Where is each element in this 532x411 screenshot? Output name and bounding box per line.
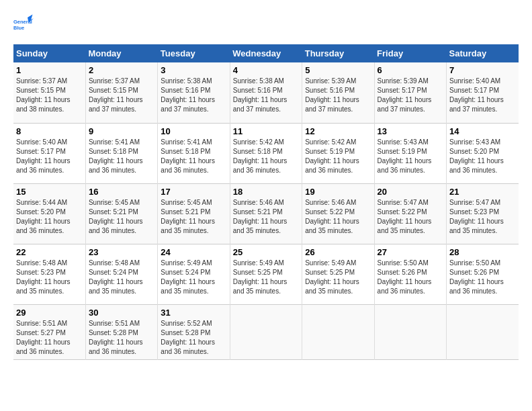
- day-cell: 5Sunrise: 5:39 AM Sunset: 5:16 PM Daylig…: [302, 62, 374, 123]
- day-info: Sunrise: 5:46 AM Sunset: 5:22 PM Dayligh…: [305, 198, 371, 236]
- day-number: 11: [233, 126, 299, 136]
- day-cell: [447, 304, 519, 359]
- day-cell: 28Sunrise: 5:50 AM Sunset: 5:26 PM Dayli…: [447, 244, 519, 304]
- week-row-4: 22Sunrise: 5:48 AM Sunset: 5:23 PM Dayli…: [13, 244, 519, 304]
- calendar-table: SundayMondayTuesdayWednesdayThursdayFrid…: [13, 44, 519, 360]
- day-number: 19: [305, 187, 371, 197]
- day-number: 26: [305, 247, 371, 257]
- day-number: 4: [233, 65, 299, 75]
- day-number: 21: [449, 187, 516, 197]
- day-cell: 25Sunrise: 5:49 AM Sunset: 5:25 PM Dayli…: [230, 244, 302, 304]
- column-header-tuesday: Tuesday: [158, 44, 230, 62]
- day-info: Sunrise: 5:45 AM Sunset: 5:21 PM Dayligh…: [89, 198, 154, 236]
- day-cell: 14Sunrise: 5:43 AM Sunset: 5:20 PM Dayli…: [447, 123, 519, 183]
- day-cell: 31Sunrise: 5:52 AM Sunset: 5:28 PM Dayli…: [158, 304, 230, 359]
- day-number: 2: [89, 65, 154, 75]
- day-cell: 26Sunrise: 5:49 AM Sunset: 5:25 PM Dayli…: [302, 244, 374, 304]
- day-number: 14: [449, 126, 516, 136]
- day-info: Sunrise: 5:38 AM Sunset: 5:16 PM Dayligh…: [161, 77, 226, 114]
- column-header-saturday: Saturday: [447, 44, 519, 62]
- day-info: Sunrise: 5:51 AM Sunset: 5:27 PM Dayligh…: [16, 319, 83, 357]
- day-info: Sunrise: 5:49 AM Sunset: 5:25 PM Dayligh…: [233, 259, 299, 296]
- day-cell: 6Sunrise: 5:39 AM Sunset: 5:17 PM Daylig…: [374, 62, 446, 123]
- day-info: Sunrise: 5:39 AM Sunset: 5:17 PM Dayligh…: [378, 77, 443, 114]
- day-number: 28: [449, 247, 516, 257]
- day-cell: 16Sunrise: 5:45 AM Sunset: 5:21 PM Dayli…: [85, 183, 157, 244]
- column-header-friday: Friday: [374, 44, 446, 62]
- day-cell: [230, 304, 302, 359]
- day-cell: 15Sunrise: 5:44 AM Sunset: 5:20 PM Dayli…: [13, 183, 85, 244]
- column-header-monday: Monday: [85, 44, 157, 62]
- day-info: Sunrise: 5:48 AM Sunset: 5:24 PM Dayligh…: [89, 259, 154, 296]
- day-number: 25: [233, 247, 299, 257]
- svg-text:Blue: Blue: [13, 25, 24, 31]
- day-info: Sunrise: 5:50 AM Sunset: 5:26 PM Dayligh…: [378, 259, 443, 296]
- day-cell: [374, 304, 446, 359]
- day-cell: 10Sunrise: 5:41 AM Sunset: 5:18 PM Dayli…: [158, 123, 230, 183]
- day-number: 5: [305, 65, 371, 75]
- day-number: 30: [89, 308, 154, 318]
- day-number: 23: [89, 247, 154, 257]
- day-cell: 3Sunrise: 5:38 AM Sunset: 5:16 PM Daylig…: [158, 62, 230, 123]
- day-cell: 1Sunrise: 5:37 AM Sunset: 5:15 PM Daylig…: [13, 62, 85, 123]
- day-info: Sunrise: 5:43 AM Sunset: 5:20 PM Dayligh…: [449, 138, 516, 175]
- day-info: Sunrise: 5:42 AM Sunset: 5:18 PM Dayligh…: [233, 138, 299, 175]
- day-number: 27: [378, 247, 443, 257]
- day-info: Sunrise: 5:40 AM Sunset: 5:17 PM Dayligh…: [16, 138, 83, 175]
- day-number: 24: [161, 247, 226, 257]
- day-info: Sunrise: 5:49 AM Sunset: 5:24 PM Dayligh…: [161, 259, 226, 296]
- day-number: 1: [16, 65, 83, 75]
- day-number: 15: [16, 187, 83, 197]
- day-info: Sunrise: 5:47 AM Sunset: 5:22 PM Dayligh…: [378, 198, 443, 236]
- day-cell: 27Sunrise: 5:50 AM Sunset: 5:26 PM Dayli…: [374, 244, 446, 304]
- logo: General Blue: [13, 13, 36, 34]
- day-cell: 9Sunrise: 5:41 AM Sunset: 5:18 PM Daylig…: [85, 123, 157, 183]
- day-info: Sunrise: 5:52 AM Sunset: 5:28 PM Dayligh…: [161, 319, 226, 357]
- day-info: Sunrise: 5:40 AM Sunset: 5:17 PM Dayligh…: [449, 77, 516, 114]
- day-info: Sunrise: 5:46 AM Sunset: 5:21 PM Dayligh…: [233, 198, 299, 236]
- logo-icon: General Blue: [13, 13, 34, 34]
- day-info: Sunrise: 5:38 AM Sunset: 5:16 PM Dayligh…: [233, 77, 299, 114]
- day-info: Sunrise: 5:42 AM Sunset: 5:19 PM Dayligh…: [305, 138, 371, 175]
- day-info: Sunrise: 5:37 AM Sunset: 5:15 PM Dayligh…: [16, 77, 83, 114]
- day-cell: 4Sunrise: 5:38 AM Sunset: 5:16 PM Daylig…: [230, 62, 302, 123]
- day-cell: 8Sunrise: 5:40 AM Sunset: 5:17 PM Daylig…: [13, 123, 85, 183]
- day-cell: 12Sunrise: 5:42 AM Sunset: 5:19 PM Dayli…: [302, 123, 374, 183]
- day-number: 29: [16, 308, 83, 318]
- day-cell: 24Sunrise: 5:49 AM Sunset: 5:24 PM Dayli…: [158, 244, 230, 304]
- day-number: 20: [378, 187, 443, 197]
- day-cell: 23Sunrise: 5:48 AM Sunset: 5:24 PM Dayli…: [85, 244, 157, 304]
- day-number: 31: [161, 308, 226, 318]
- day-info: Sunrise: 5:48 AM Sunset: 5:23 PM Dayligh…: [16, 259, 83, 296]
- week-row-1: 1Sunrise: 5:37 AM Sunset: 5:15 PM Daylig…: [13, 62, 519, 123]
- day-number: 9: [89, 126, 154, 136]
- day-number: 3: [161, 65, 226, 75]
- week-row-3: 15Sunrise: 5:44 AM Sunset: 5:20 PM Dayli…: [13, 183, 519, 244]
- column-header-wednesday: Wednesday: [230, 44, 302, 62]
- day-number: 6: [378, 65, 443, 75]
- day-number: 16: [89, 187, 154, 197]
- day-number: 12: [305, 126, 371, 136]
- day-cell: 21Sunrise: 5:47 AM Sunset: 5:23 PM Dayli…: [447, 183, 519, 244]
- day-cell: 7Sunrise: 5:40 AM Sunset: 5:17 PM Daylig…: [447, 62, 519, 123]
- day-cell: 13Sunrise: 5:43 AM Sunset: 5:19 PM Dayli…: [374, 123, 446, 183]
- day-cell: 2Sunrise: 5:37 AM Sunset: 5:15 PM Daylig…: [85, 62, 157, 123]
- day-info: Sunrise: 5:41 AM Sunset: 5:18 PM Dayligh…: [161, 138, 226, 175]
- week-row-5: 29Sunrise: 5:51 AM Sunset: 5:27 PM Dayli…: [13, 304, 519, 359]
- week-row-2: 8Sunrise: 5:40 AM Sunset: 5:17 PM Daylig…: [13, 123, 519, 183]
- day-number: 13: [378, 126, 443, 136]
- day-number: 17: [161, 187, 226, 197]
- day-info: Sunrise: 5:49 AM Sunset: 5:25 PM Dayligh…: [305, 259, 371, 296]
- day-info: Sunrise: 5:43 AM Sunset: 5:19 PM Dayligh…: [378, 138, 443, 175]
- day-number: 18: [233, 187, 299, 197]
- day-cell: 11Sunrise: 5:42 AM Sunset: 5:18 PM Dayli…: [230, 123, 302, 183]
- column-header-sunday: Sunday: [13, 44, 85, 62]
- day-cell: [302, 304, 374, 359]
- day-cell: 22Sunrise: 5:48 AM Sunset: 5:23 PM Dayli…: [13, 244, 85, 304]
- day-cell: 19Sunrise: 5:46 AM Sunset: 5:22 PM Dayli…: [302, 183, 374, 244]
- day-cell: 20Sunrise: 5:47 AM Sunset: 5:22 PM Dayli…: [374, 183, 446, 244]
- day-number: 22: [16, 247, 83, 257]
- day-number: 8: [16, 126, 83, 136]
- day-info: Sunrise: 5:44 AM Sunset: 5:20 PM Dayligh…: [16, 198, 83, 236]
- day-info: Sunrise: 5:51 AM Sunset: 5:28 PM Dayligh…: [89, 319, 154, 357]
